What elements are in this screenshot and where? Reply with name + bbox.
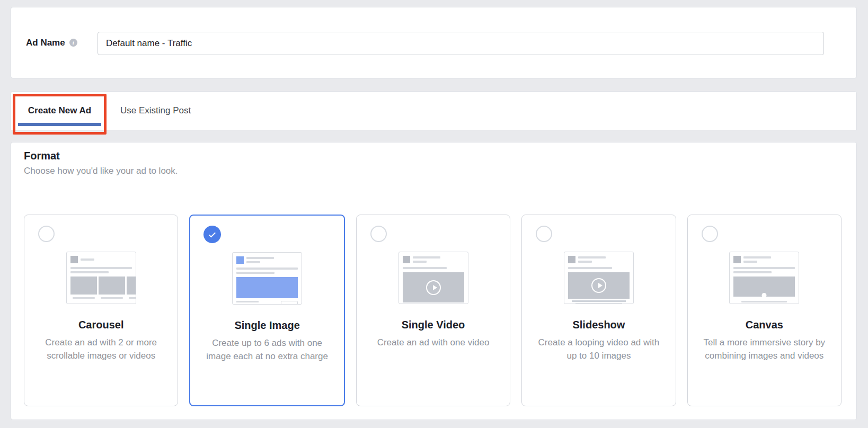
single-image-description: Create up to 6 ads with one image each a… [204,336,330,363]
tabs-row: Create New Ad Use Existing Post [18,92,196,130]
canvas-illustration [729,252,799,304]
carousel-radio-button[interactable] [38,226,55,242]
tab-create-new-ad[interactable]: Create New Ad [18,92,101,130]
format-option-single-video[interactable]: Single Video Create an ad with one video [356,215,510,406]
mock-post-header [568,256,630,263]
format-option-carousel[interactable]: Carousel Create an ad with 2 or more scr… [24,215,178,406]
slideshow-illustration [564,252,634,304]
format-options-row: Carousel Create an ad with 2 or more scr… [24,215,842,406]
ad-name-label: Ad Name [26,38,65,48]
mock-post-header [70,256,132,263]
tab-use-existing-post[interactable]: Use Existing Post [115,92,196,130]
canvas-description: Tell a more immersive story by combining… [701,336,827,362]
single-video-radio-button[interactable] [370,226,387,242]
format-panel: Format Choose how you'd like your ad to … [11,142,857,420]
slideshow-stack-layer [575,303,622,304]
single-image-title: Single Image [190,319,343,332]
format-option-canvas[interactable]: Canvas Tell a more immersive story by co… [687,215,842,406]
mock-avatar [568,256,575,263]
canvas-expand-dot [762,293,767,298]
info-icon[interactable]: i [69,39,77,47]
mock-avatar [70,256,78,263]
mock-post-header [403,256,464,263]
canvas-title: Canvas [688,319,841,331]
ad-name-input[interactable] [98,32,824,55]
carousel-title: Carousel [24,319,178,331]
slideshow-description: Create a looping video ad with up to 10 … [536,336,662,362]
tab-use-existing-post-label: Use Existing Post [120,105,191,116]
active-tab-underline [18,123,101,126]
mock-carousel-media [70,277,132,301]
mock-canvas-media [733,277,795,297]
mock-slideshow-media [568,272,630,299]
play-icon [591,278,606,293]
mock-avatar [733,256,741,263]
mock-post-header [733,256,795,263]
single-image-selected-check-icon[interactable] [203,226,221,243]
ad-source-tabs-panel: Create New Ad Use Existing Post [11,91,857,130]
mock-image-media [236,277,298,298]
single-video-illustration [398,252,468,304]
format-subheading: Choose how you'd like your ad to look. [24,166,178,176]
play-icon [426,280,441,295]
ad-name-row: Ad Name i [26,7,77,78]
single-image-illustration [232,252,302,305]
canvas-radio-button[interactable] [702,226,718,242]
slideshow-radio-button[interactable] [536,226,552,242]
mock-video-media [403,272,464,302]
mock-avatar [403,256,410,263]
carousel-description: Create an ad with 2 or more scrollable i… [38,336,164,362]
format-heading: Format [24,150,60,162]
single-video-description: Create an ad with one video [370,336,497,349]
carousel-illustration [66,252,136,304]
mock-avatar [236,256,244,264]
slideshow-stack-layer [572,300,626,302]
ads-manager-ad-setup-page: { "colors": { "page_background": "#e9eae… [0,0,868,428]
format-option-slideshow[interactable]: Slideshow Create a looping video ad with… [521,215,676,406]
mock-cta-button [281,301,298,305]
mock-post-header [236,256,298,264]
tab-create-new-ad-label: Create New Ad [28,105,91,116]
ad-name-panel: Ad Name i [11,7,857,78]
single-video-title: Single Video [357,319,510,331]
format-option-single-image[interactable]: Single Image Create up to 6 ads with one… [189,215,344,406]
slideshow-title: Slideshow [522,319,675,331]
